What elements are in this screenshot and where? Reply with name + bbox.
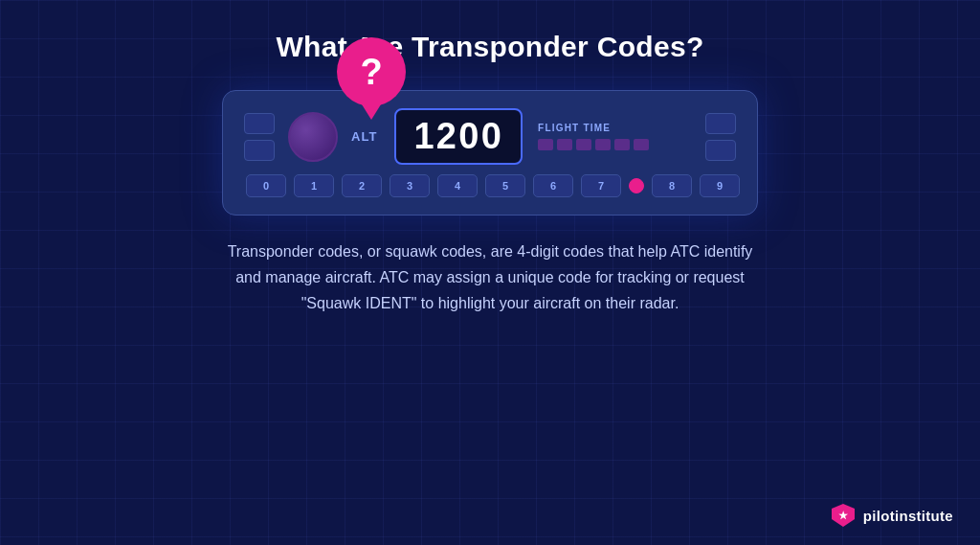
logo-section: ★ pilotinstitute bbox=[831, 503, 953, 528]
alt-label: ALT bbox=[351, 129, 377, 144]
digit-1[interactable]: 1 bbox=[294, 174, 334, 197]
question-mark: ? bbox=[360, 54, 382, 90]
digit-dot-active[interactable] bbox=[629, 178, 644, 193]
question-bubble: ? bbox=[337, 37, 406, 106]
digit-5[interactable]: 5 bbox=[485, 174, 525, 197]
left-btn-bottom[interactable] bbox=[244, 140, 275, 161]
right-button-group bbox=[705, 113, 736, 161]
flight-time-section: FLIGHT TIME bbox=[538, 123, 649, 150]
digit-7[interactable]: 7 bbox=[581, 174, 621, 197]
digit-0[interactable]: 0 bbox=[246, 174, 286, 197]
time-bar-3 bbox=[576, 139, 591, 150]
description-text: Transponder codes, or squawk codes, are … bbox=[222, 238, 758, 317]
squawk-code-display: 1200 bbox=[394, 108, 523, 165]
time-bar-1 bbox=[538, 139, 553, 150]
logo-text: pilotinstitute bbox=[863, 508, 953, 524]
flight-time-label: FLIGHT TIME bbox=[538, 123, 611, 133]
mode-knob[interactable] bbox=[288, 112, 338, 162]
digit-8[interactable]: 8 bbox=[652, 174, 692, 197]
digit-row: 0 1 2 3 4 5 6 7 8 9 bbox=[244, 174, 736, 197]
time-bar-6 bbox=[634, 139, 649, 150]
digit-3[interactable]: 3 bbox=[390, 174, 430, 197]
time-bar-5 bbox=[614, 139, 630, 150]
right-btn-top[interactable] bbox=[705, 113, 736, 134]
left-button-group bbox=[244, 113, 275, 161]
flight-time-bars bbox=[538, 139, 649, 150]
left-btn-top[interactable] bbox=[244, 113, 275, 134]
transponder-device: ALT 1200 FLIGHT TIME bbox=[222, 90, 758, 216]
logo-shield-icon: ★ bbox=[831, 503, 856, 528]
main-display: 1200 FLIGHT TIME bbox=[394, 108, 692, 165]
transponder-top-row: ALT 1200 FLIGHT TIME bbox=[244, 108, 736, 165]
right-btn-bottom[interactable] bbox=[705, 140, 736, 161]
svg-text:★: ★ bbox=[838, 510, 849, 521]
time-bar-4 bbox=[595, 139, 611, 150]
time-bar-2 bbox=[557, 139, 572, 150]
digit-9[interactable]: 9 bbox=[700, 174, 740, 197]
digit-2[interactable]: 2 bbox=[342, 174, 382, 197]
digit-6[interactable]: 6 bbox=[533, 174, 573, 197]
digit-4[interactable]: 4 bbox=[437, 174, 478, 197]
transponder-section: ? ALT 1200 FLIGHT TIME bbox=[222, 90, 758, 216]
